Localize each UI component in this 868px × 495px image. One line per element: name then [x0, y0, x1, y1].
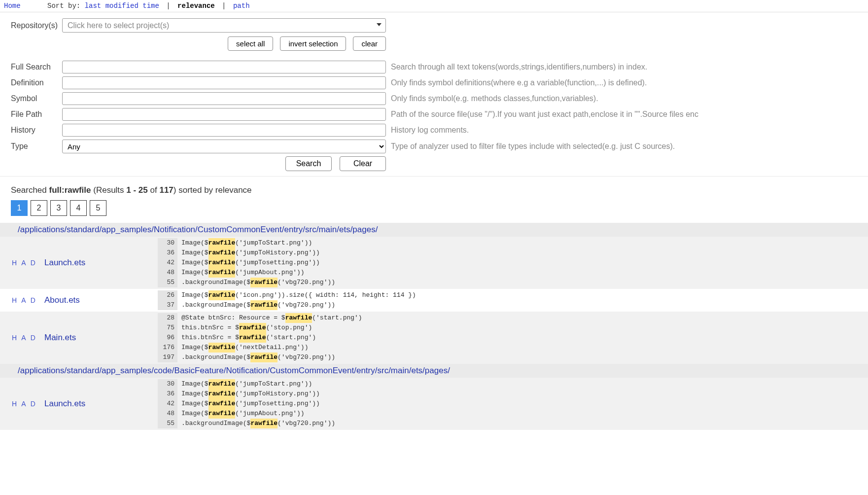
file-path-input[interactable] [62, 108, 386, 121]
code-line[interactable]: 176Image($rawfile('nextDetail.png')) [158, 343, 868, 353]
sort-option-last-modified-time[interactable]: last modified time [85, 2, 159, 10]
field-label: Definition [11, 78, 62, 87]
file-block: H A DMain.ets28@State btnSrc: Resource =… [0, 312, 868, 364]
lines-column: 30Image($rawfile('jumpToStart.png'))36Im… [158, 378, 868, 430]
search-button[interactable]: Search [285, 156, 332, 171]
line-number: 96 [158, 333, 177, 343]
code-line[interactable]: 75this.btnSrc = $rawfile('stop.png') [158, 323, 868, 333]
page-4[interactable]: 4 [70, 200, 87, 216]
file-block: H A DLaunch.ets30Image($rawfile('jumpToS… [0, 378, 868, 430]
search-button-row: Search Clear [62, 156, 386, 171]
lines-column: 30Image($rawfile('jumpToStart.png'))36Im… [158, 237, 868, 289]
page-3[interactable]: 3 [50, 200, 67, 216]
line-number: 30 [158, 238, 177, 248]
field-hint: Only finds symbol definitions(where e.g … [391, 78, 647, 87]
field-label: History [11, 126, 62, 135]
field-hint: Path of the source file(use "/").If you … [391, 110, 698, 119]
had-links[interactable]: H A D [0, 378, 44, 430]
code-line[interactable]: 42Image($rawfile('jumpTosetting.png')) [158, 258, 868, 268]
directory-header[interactable]: /applications/standard/app_samples/Notif… [0, 223, 868, 237]
line-number: 55 [158, 278, 177, 287]
field-hint: History log comments. [391, 126, 469, 135]
form-row-full-search: Full SearchSearch through all text token… [11, 61, 857, 73]
highlight: rawfile [285, 313, 312, 323]
file-name-link[interactable]: Launch.ets [44, 378, 158, 430]
field-label: File Path [11, 110, 62, 119]
summary-close: ) sorted by relevance [174, 185, 252, 195]
highlight: rawfile [250, 300, 278, 310]
pagination: 12345 [0, 200, 868, 223]
highlight: rawfile [208, 343, 236, 353]
highlight: rawfile [239, 333, 266, 343]
type-select[interactable]: Any [62, 140, 386, 153]
form-row-history: HistoryHistory log comments. [11, 124, 857, 137]
repository-select[interactable]: Click here to select project(s) [62, 18, 386, 33]
field-hint: Search through all text tokens(words,str… [391, 63, 647, 71]
code-line[interactable]: 55.backgroundImage($rawfile('vbg720.png'… [158, 419, 868, 428]
code-line[interactable]: 37.backgroundImage($rawfile('vbg720.png'… [158, 300, 868, 310]
highlight: rawfile [208, 389, 236, 399]
select-all-button[interactable]: select all [228, 36, 273, 51]
highlight: rawfile [208, 409, 236, 419]
code-line[interactable]: 96this.btnSrc = $rawfile('start.png') [158, 333, 868, 343]
summary-prefix: Searched [11, 185, 49, 195]
definition-input[interactable] [62, 76, 386, 89]
line-number: 36 [158, 248, 177, 258]
highlight: rawfile [208, 238, 236, 248]
code-line[interactable]: 42Image($rawfile('jumpTosetting.png')) [158, 399, 868, 409]
code-line[interactable]: 48Image($rawfile('jumpAbout.png')) [158, 409, 868, 419]
line-number: 37 [158, 300, 177, 310]
page-5[interactable]: 5 [90, 200, 106, 216]
code-line[interactable]: 30Image($rawfile('jumpToStart.png')) [158, 238, 868, 248]
page-1[interactable]: 1 [11, 200, 28, 216]
had-links[interactable]: H A D [0, 237, 44, 289]
history-input[interactable] [62, 124, 386, 137]
page-2[interactable]: 2 [31, 200, 47, 216]
highlight: rawfile [250, 419, 278, 428]
type-label: Type [11, 142, 62, 151]
search-form: Repository(s) Click here to select proje… [0, 12, 868, 177]
clear-selection-button[interactable]: clear [353, 36, 386, 51]
highlight: rawfile [250, 278, 278, 287]
line-number: 28 [158, 313, 177, 323]
form-row-file-path: File PathPath of the source file(use "/"… [11, 108, 857, 121]
code-line[interactable]: 36Image($rawfile('jumpToHistory.png')) [158, 389, 868, 399]
code-line[interactable]: 30Image($rawfile('jumpToStart.png')) [158, 379, 868, 389]
sort-option-relevance[interactable]: relevance [177, 2, 215, 10]
line-number: 55 [158, 419, 177, 428]
had-links[interactable]: H A D [0, 289, 44, 312]
code-line[interactable]: 55.backgroundImage($rawfile('vbg720.png'… [158, 278, 868, 287]
results-list: /applications/standard/app_samples/Notif… [0, 223, 868, 430]
line-number: 42 [158, 258, 177, 268]
repo-button-row: select all invert selection clear [62, 36, 386, 51]
field-label: Symbol [11, 94, 62, 103]
clear-button[interactable]: Clear [340, 156, 386, 171]
highlight: rawfile [208, 379, 236, 389]
code-line[interactable]: 197.backgroundImage($rawfile('vbg720.png… [158, 353, 868, 362]
invert-selection-button[interactable]: invert selection [280, 36, 346, 51]
line-number: 197 [158, 353, 177, 362]
summary-query: full:rawfile [49, 185, 91, 195]
code-line[interactable]: 48Image($rawfile('jumpAbout.png')) [158, 268, 868, 278]
file-name-link[interactable]: Main.ets [44, 312, 158, 364]
directory-header[interactable]: /applications/standard/app_samples/code/… [0, 364, 868, 378]
home-link[interactable]: Home [4, 2, 21, 10]
line-number: 48 [158, 268, 177, 278]
field-hint: Only finds symbol(e.g. methods classes,f… [391, 94, 598, 103]
file-name-link[interactable]: Launch.ets [44, 237, 158, 289]
sort-by-label: Sort by: [47, 2, 80, 10]
code-line[interactable]: 36Image($rawfile('jumpToHistory.png')) [158, 248, 868, 258]
had-links[interactable]: H A D [0, 312, 44, 364]
file-name-link[interactable]: About.ets [44, 289, 158, 312]
line-number: 48 [158, 409, 177, 419]
full-search-input[interactable] [62, 61, 386, 73]
highlight: rawfile [208, 290, 236, 300]
file-block: H A DLaunch.ets30Image($rawfile('jumpToS… [0, 237, 868, 289]
code-line[interactable]: 26Image($rawfile('icon.png')).size({ wid… [158, 290, 868, 300]
code-line[interactable]: 28@State btnSrc: Resource = $rawfile('st… [158, 313, 868, 323]
sort-option-path[interactable]: path [233, 2, 250, 10]
form-row-symbol: SymbolOnly finds symbol(e.g. methods cla… [11, 92, 857, 105]
line-number: 36 [158, 389, 177, 399]
sort-options: last modified time | relevance | path [85, 2, 250, 10]
symbol-input[interactable] [62, 92, 386, 105]
